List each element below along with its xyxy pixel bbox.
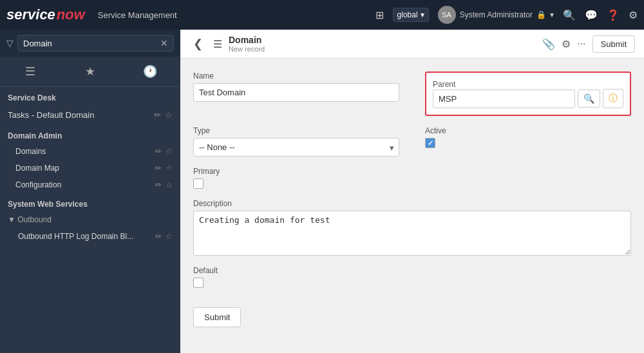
- sidebar-item-tasks[interactable]: Tasks - Default Domain ✏ ☆: [0, 105, 180, 125]
- domain-map-star-icon[interactable]: ☆: [166, 164, 173, 173]
- nav-title: Service Management: [98, 10, 177, 20]
- header-menu-icon[interactable]: ☰: [213, 38, 222, 50]
- user-info[interactable]: SA System Administrator 🔒 ▾: [438, 6, 554, 24]
- sidebar-search-wrapper: ✕: [17, 35, 174, 52]
- description-field-group: Description Creating a domain for test: [193, 199, 631, 256]
- domains-star-icon[interactable]: ☆: [166, 147, 173, 156]
- primary-checkbox-wrapper: [193, 178, 399, 189]
- parent-label: Parent: [433, 80, 455, 89]
- outbound-http-edit-icon[interactable]: ✏: [155, 232, 162, 241]
- header-subtitle: New record: [229, 45, 536, 53]
- default-field-group: Default: [193, 266, 399, 288]
- sidebar-icon-bar: ☰ ★ 🕐: [0, 57, 180, 87]
- sidebar-search-input[interactable]: [23, 39, 156, 48]
- domains-edit-icon[interactable]: ✏: [155, 147, 162, 156]
- primary-label: Primary: [193, 167, 399, 176]
- type-label: Type: [193, 126, 399, 135]
- configuration-item-label: Configuration: [15, 180, 153, 189]
- domains-item-label: Domains: [15, 147, 153, 156]
- type-field-group: Type -- None -- ▾: [193, 126, 399, 157]
- header-submit-button[interactable]: Submit: [592, 35, 635, 53]
- domain-admin-header: Domain Admin: [0, 125, 180, 143]
- sidebar: ▽ ✕ ☰ ★ 🕐 Service Desk Tasks - Default D…: [0, 30, 180, 353]
- back-button[interactable]: ❮: [189, 35, 207, 52]
- parent-input-row: 🔍 ⓘ: [433, 89, 623, 108]
- content-header: ❮ ☰ Domain New record 📎 ⚙ ··· Submit: [180, 30, 644, 59]
- global-dropdown-icon: ▾: [421, 10, 424, 19]
- configuration-edit-icon[interactable]: ✏: [155, 180, 162, 189]
- outbound-http-icons: ✏ ☆: [155, 232, 173, 241]
- user-name: System Administrator: [460, 10, 533, 19]
- more-options-icon[interactable]: ···: [577, 38, 585, 50]
- name-input[interactable]: [193, 83, 399, 102]
- tasks-star-icon[interactable]: ☆: [165, 110, 173, 120]
- domain-map-item-label: Domain Map: [15, 164, 153, 173]
- configuration-star-icon[interactable]: ☆: [166, 180, 173, 189]
- sidebar-menu-icon[interactable]: ☰: [0, 62, 60, 81]
- name-field-group: Name: [193, 72, 399, 116]
- global-label: global: [397, 10, 418, 19]
- active-checkmark: ✓: [428, 139, 433, 148]
- main-layout: ▽ ✕ ☰ ★ 🕐 Service Desk Tasks - Default D…: [0, 30, 644, 353]
- domain-map-item-icons: ✏ ☆: [155, 164, 173, 173]
- content-area: ❮ ☰ Domain New record 📎 ⚙ ··· Submit Nam…: [180, 30, 644, 353]
- chat-icon[interactable]: 💬: [585, 9, 598, 21]
- tasks-item-icons: ✏ ☆: [154, 110, 173, 120]
- global-selector[interactable]: global ▾: [393, 8, 429, 22]
- parent-info-button[interactable]: ⓘ: [603, 89, 623, 108]
- active-checkbox-wrapper: ✓: [425, 138, 631, 148]
- brand-logo[interactable]: service now: [6, 6, 85, 23]
- system-web-header: System Web Services: [0, 193, 180, 211]
- tasks-edit-icon[interactable]: ✏: [154, 110, 161, 120]
- active-field-group: Active ✓: [425, 126, 631, 157]
- default-label: Default: [193, 266, 399, 275]
- active-checkbox[interactable]: ✓: [425, 138, 435, 148]
- lock-icon: 🔒: [536, 10, 546, 19]
- filter-icon: ▽: [6, 38, 14, 48]
- active-label: Active: [425, 126, 631, 135]
- search-icon[interactable]: 🔍: [563, 9, 576, 21]
- search-clear-icon[interactable]: ✕: [160, 38, 168, 48]
- sidebar-item-configuration[interactable]: Configuration ✏ ☆: [0, 176, 180, 193]
- brand-now: now: [57, 6, 85, 23]
- service-desk-header: Service Desk: [0, 87, 180, 105]
- description-textarea[interactable]: Creating a domain for test: [193, 211, 631, 256]
- sidebar-star-icon[interactable]: ★: [60, 62, 120, 81]
- header-title-block: Domain New record: [229, 35, 536, 53]
- avatar: SA: [438, 6, 456, 24]
- outbound-http-label: Outbound HTTP Log Domain Bl...: [18, 232, 155, 241]
- attachment-icon[interactable]: 📎: [542, 38, 555, 50]
- sidebar-search-area: ▽ ✕: [0, 30, 180, 57]
- configuration-item-icons: ✏ ☆: [155, 180, 173, 189]
- default-checkbox-wrapper: [193, 278, 399, 288]
- grid-icon[interactable]: ⊞: [375, 9, 384, 21]
- top-nav: service now Service Management ⊞ global …: [0, 0, 644, 30]
- parent-search-button[interactable]: 🔍: [578, 90, 600, 108]
- sidebar-history-icon[interactable]: 🕐: [120, 62, 180, 81]
- default-checkbox[interactable]: [193, 278, 204, 288]
- description-label: Description: [193, 199, 631, 208]
- header-title: Domain: [229, 35, 536, 45]
- tasks-item-label: Tasks - Default Domain: [8, 110, 151, 120]
- sidebar-item-domains[interactable]: Domains ✏ ☆: [0, 143, 180, 160]
- submit-main-button[interactable]: Submit: [193, 307, 241, 327]
- domain-map-edit-icon[interactable]: ✏: [155, 164, 162, 173]
- header-settings-icon[interactable]: ⚙: [562, 38, 571, 50]
- settings-icon[interactable]: ⚙: [629, 9, 638, 21]
- type-select[interactable]: -- None --: [193, 138, 399, 157]
- parent-field-group: Parent 🔍 ⓘ: [425, 72, 631, 116]
- help-icon[interactable]: ❓: [607, 9, 620, 21]
- header-actions: 📎 ⚙ ··· Submit: [542, 35, 635, 53]
- sidebar-outbound-toggle[interactable]: ▼ Outbound: [0, 211, 180, 228]
- parent-input[interactable]: [433, 90, 575, 108]
- outbound-http-star-icon[interactable]: ☆: [166, 232, 173, 241]
- primary-checkbox[interactable]: [193, 178, 204, 189]
- domains-item-icons: ✏ ☆: [155, 147, 173, 156]
- type-select-wrapper: -- None -- ▾: [193, 138, 399, 157]
- outbound-label: ▼ Outbound: [8, 215, 52, 224]
- form-footer: Submit: [180, 301, 644, 334]
- brand-service: service: [6, 6, 55, 23]
- sidebar-item-outbound-http[interactable]: Outbound HTTP Log Domain Bl... ✏ ☆: [0, 228, 180, 245]
- name-label: Name: [193, 72, 399, 81]
- sidebar-item-domain-map[interactable]: Domain Map ✏ ☆: [0, 160, 180, 176]
